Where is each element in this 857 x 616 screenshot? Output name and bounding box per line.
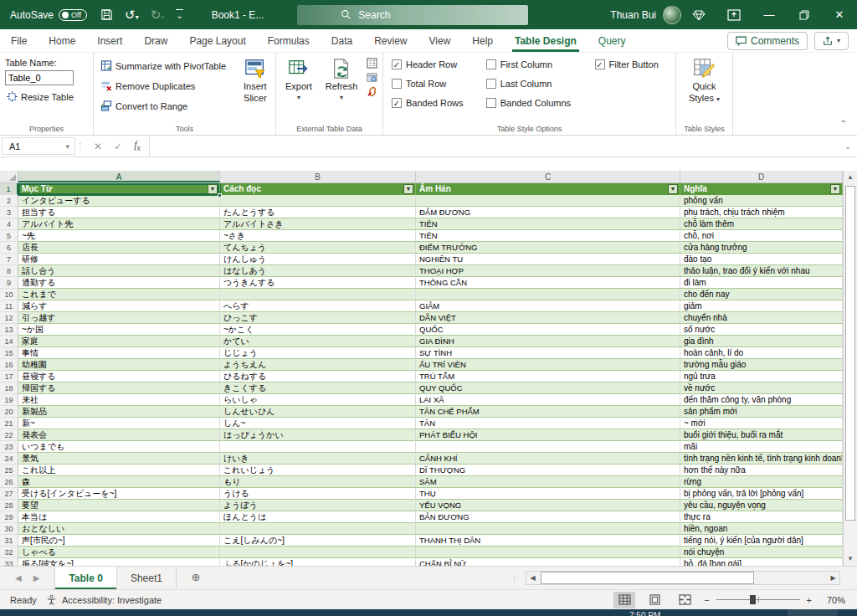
table-header-cell-D1[interactable]: Nghĩa▼ [680, 183, 843, 195]
row-number-3[interactable]: 3 [0, 207, 18, 218]
scroll-down-icon[interactable]: ▼ [844, 552, 856, 566]
column-header-B[interactable]: B [220, 171, 416, 182]
cell-A31[interactable]: 声[市民の~] [18, 535, 220, 547]
cell-D24[interactable]: tình trạng nền kinh tế, tình trạng kinh … [680, 453, 843, 465]
cell-B19[interactable]: らいしゃ [220, 394, 416, 406]
cell-C22[interactable]: PHÁT BIỂU HỘI [416, 429, 680, 441]
cell-A3[interactable]: 担当する [18, 207, 220, 218]
cell-D4[interactable]: chỗ làm thêm [680, 218, 843, 230]
row-number-24[interactable]: 24 [0, 453, 18, 465]
row-number-27[interactable]: 27 [0, 488, 18, 500]
cancel-formula-icon[interactable]: ✕ [94, 141, 102, 152]
cell-A27[interactable]: 受ける[インタビューを~] [18, 488, 220, 500]
cell-A33[interactable]: 振る[彼女を~] [18, 558, 220, 566]
cell-A23[interactable]: いつまでも [18, 441, 220, 453]
cell-D8[interactable]: thảo luận, trao đổi ý kiến với nhau [680, 265, 843, 277]
cell-C26[interactable]: SÂM [416, 476, 680, 488]
cell-A6[interactable]: 店長 [18, 242, 220, 254]
cell-C16[interactable]: ẤU TRĨ VIÊN [416, 359, 680, 371]
row-number-25[interactable]: 25 [0, 465, 18, 476]
cell-D29[interactable]: thực ra [680, 511, 843, 523]
cell-B15[interactable]: じじょう [220, 347, 416, 359]
cell-C18[interactable]: QUY QUỐC [416, 382, 680, 394]
sheet-tab-table-0[interactable]: Table 0 [54, 567, 116, 589]
cell-C33[interactable]: CHẤN BỈ NỮ [416, 558, 680, 566]
cell-B25[interactable]: これいじょう [220, 465, 416, 476]
taskbar-tray[interactable] [788, 609, 838, 616]
checkbox-box-icon[interactable] [392, 59, 402, 69]
cell-C24[interactable]: CẢNH KHÍ [416, 453, 680, 465]
filter-dropdown-icon[interactable]: ▼ [668, 184, 678, 194]
cell-C3[interactable]: ĐẢM ĐƯƠNG [416, 207, 680, 218]
cell-B12[interactable]: ひっこす [220, 312, 416, 324]
row-number-13[interactable]: 13 [0, 324, 18, 336]
cell-B22[interactable]: はっぴょうかい [220, 429, 416, 441]
column-header-A[interactable]: A [18, 171, 220, 182]
cell-A4[interactable]: アルバイト先 [18, 218, 220, 230]
cell-C27[interactable]: THỤ [416, 488, 680, 500]
checkbox-filter-button[interactable]: Filter Button [595, 56, 670, 73]
page-break-preview-button[interactable] [674, 592, 695, 608]
cell-D21[interactable]: ~ mới [680, 418, 843, 429]
row-number-20[interactable]: 20 [0, 406, 18, 418]
cell-A21[interactable]: 新~ [18, 418, 220, 429]
cell-B29[interactable]: ほんとうは [220, 511, 416, 523]
row-number-11[interactable]: 11 [0, 300, 18, 312]
checkbox-box-icon[interactable] [486, 79, 496, 89]
checkbox-banded-rows[interactable]: Banded Rows [392, 95, 481, 111]
formula-input[interactable] [150, 136, 839, 157]
cell-A24[interactable]: 景気 [18, 453, 220, 465]
cell-D19[interactable]: đến thăm công ty, văn phòng [680, 394, 843, 406]
cell-B27[interactable]: うける [220, 488, 416, 500]
cell-C5[interactable]: TIÊN [416, 230, 680, 242]
ribbon-tab-help[interactable]: Help [461, 29, 504, 52]
cell-A18[interactable]: 帰国する [18, 382, 220, 394]
ribbon-tab-home[interactable]: Home [38, 29, 86, 52]
next-sheet-icon[interactable]: ▶ [33, 573, 40, 583]
cell-D26[interactable]: rừng [680, 476, 843, 488]
cell-A10[interactable]: これまで [18, 289, 220, 300]
table-header-cell-B1[interactable]: Cách đọc▼ [220, 183, 416, 195]
normal-view-button[interactable] [613, 592, 635, 608]
cell-A25[interactable]: これ以上 [18, 465, 220, 476]
cell-D7[interactable]: đào tạo [680, 254, 843, 265]
expand-formula-bar-icon[interactable]: ⌄ [839, 136, 857, 157]
row-number-23[interactable]: 23 [0, 441, 18, 453]
unlink-icon[interactable] [367, 86, 378, 97]
cell-D14[interactable]: gia đình [680, 336, 843, 347]
cell-D18[interactable]: về nước [680, 382, 843, 394]
accessibility-status[interactable]: Accessibility: Investigate [46, 594, 162, 605]
row-number-21[interactable]: 21 [0, 418, 18, 429]
hscroll-thumb[interactable] [541, 572, 754, 584]
select-all-corner[interactable] [0, 171, 18, 182]
cell-A11[interactable]: 減らす [18, 300, 220, 312]
cell-C10[interactable] [416, 289, 680, 300]
cell-C21[interactable]: TÂN [416, 418, 680, 429]
quick-styles-button[interactable]: Quick Styles ▾ [685, 56, 724, 121]
ribbon-tab-query[interactable]: Query [588, 29, 637, 52]
cell-B18[interactable]: きこくする [220, 382, 416, 394]
ribbon-tab-page-layout[interactable]: Page Layout [178, 29, 256, 52]
ribbon-tab-draw[interactable]: Draw [133, 29, 178, 52]
ribbon-tab-file[interactable]: File [0, 29, 38, 52]
ribbon-tab-insert[interactable]: Insert [86, 29, 133, 52]
name-box[interactable]: A1 ▾ [2, 137, 75, 155]
cell-C13[interactable]: QUỐC [416, 324, 680, 336]
page-layout-view-button[interactable] [644, 592, 665, 608]
prev-sheet-icon[interactable]: ◀ [15, 573, 22, 583]
restore-button[interactable] [787, 0, 822, 29]
cell-D32[interactable]: nói chuyện [680, 547, 843, 558]
row-number-33[interactable]: 33 [0, 558, 18, 566]
ribbon-tab-table-design[interactable]: Table Design [504, 29, 588, 52]
cell-A7[interactable]: 研修 [18, 254, 220, 265]
filter-dropdown-icon[interactable]: ▼ [403, 184, 413, 194]
row-number-31[interactable]: 31 [0, 535, 18, 547]
cell-D5[interactable]: chỗ, nơi [680, 230, 843, 242]
open-in-browser-icon[interactable] [367, 72, 378, 83]
cell-B23[interactable] [220, 441, 416, 453]
zoom-thumb[interactable] [750, 595, 756, 604]
cell-C19[interactable]: LAI XÃ [416, 394, 680, 406]
checkbox-first-column[interactable]: First Column [486, 56, 590, 73]
filter-dropdown-icon[interactable]: ▼ [830, 184, 840, 194]
comments-button[interactable]: Comments [727, 32, 808, 50]
